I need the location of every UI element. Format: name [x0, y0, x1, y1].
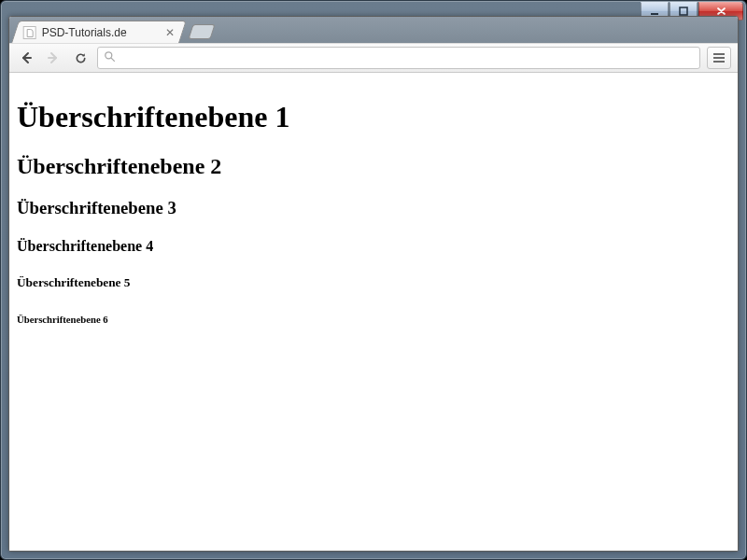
svg-rect-0 — [651, 13, 658, 15]
search-icon — [104, 49, 116, 66]
address-input[interactable] — [121, 51, 694, 65]
svg-rect-8 — [713, 61, 725, 63]
page-body: Überschriftenebene 1 Überschriftenebene … — [9, 73, 738, 356]
heading-level-1: Überschriftenebene 1 — [17, 100, 730, 134]
svg-rect-7 — [713, 57, 725, 59]
close-icon — [716, 7, 726, 16]
tab-title: PSD-Tutorials.de — [42, 26, 160, 39]
os-window: PSD-Tutorials.de ✕ — [0, 0, 747, 560]
hamburger-icon — [712, 52, 726, 63]
tab-active[interactable]: PSD-Tutorials.de ✕ — [11, 21, 187, 43]
svg-line-5 — [111, 58, 114, 61]
heading-level-2: Überschriftenebene 2 — [17, 154, 730, 179]
svg-rect-1 — [680, 7, 687, 15]
arrow-left-icon — [19, 50, 34, 65]
page-favicon-icon — [23, 26, 36, 39]
new-tab-button[interactable] — [188, 24, 215, 39]
maximize-icon — [679, 7, 688, 16]
heading-level-3: Überschriftenebene 3 — [17, 198, 730, 218]
browser-window: PSD-Tutorials.de ✕ — [8, 16, 739, 552]
forward-button[interactable] — [43, 48, 63, 68]
heading-level-6: Überschriftenebene 6 — [17, 314, 730, 325]
tab-close-button[interactable]: ✕ — [165, 27, 175, 38]
browser-toolbar — [9, 43, 738, 73]
reload-icon — [74, 51, 88, 65]
reload-button[interactable] — [70, 48, 91, 68]
page-viewport[interactable]: Überschriftenebene 1 Überschriftenebene … — [9, 73, 738, 551]
arrow-right-icon — [46, 50, 61, 65]
browser-menu-button[interactable] — [707, 47, 731, 69]
heading-level-5: Überschriftenebene 5 — [17, 275, 730, 290]
svg-rect-6 — [713, 53, 725, 55]
address-bar[interactable] — [97, 47, 700, 69]
minimize-icon — [650, 7, 659, 16]
heading-level-4: Überschriftenebene 4 — [17, 238, 730, 255]
tab-strip[interactable]: PSD-Tutorials.de ✕ — [9, 17, 738, 43]
back-button[interactable] — [16, 48, 36, 68]
